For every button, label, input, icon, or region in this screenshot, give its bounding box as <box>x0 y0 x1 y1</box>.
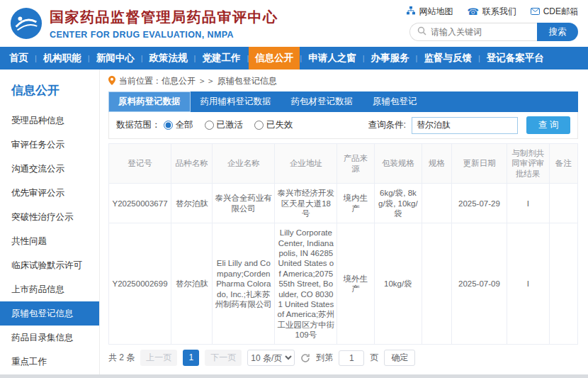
query-condition-label: 查询条件: <box>368 119 406 131</box>
prev-page-button[interactable]: 上一页 <box>140 350 177 366</box>
query-input[interactable] <box>412 117 518 134</box>
query-button[interactable]: 查 询 <box>526 116 570 134</box>
results-table: 登记号 品种名称 企业名称 企业地址 产品来源 包装规格 规格 更新日期 与制剂… <box>108 143 578 345</box>
cell-company-name: Eli Lilly and Company;Corden Pharma Colo… <box>213 223 275 345</box>
cell-spec <box>422 223 452 345</box>
sidebar-item-priority-review[interactable]: 优先审评公示 <box>0 181 99 205</box>
page-number-1[interactable]: 1 <box>183 350 199 366</box>
nav-item-party[interactable]: 党建工作 <box>196 47 247 70</box>
cell-joint-review-result: I <box>507 223 549 345</box>
header-quick-links: 网站地图 ☎ 联系我们 CDE邮箱 <box>407 6 578 18</box>
col-update-date: 更新日期 <box>451 144 507 184</box>
tab-api-data[interactable]: 原料药登记数据 <box>108 91 191 112</box>
cell-company-address: 泰兴市经济开发区天星大道18号 <box>275 184 337 223</box>
cell-company-name: 泰兴合全药业有限公司 <box>213 184 275 223</box>
radio-inactive-input[interactable] <box>254 121 264 130</box>
nav-item-services[interactable]: 办事服务 <box>365 47 416 70</box>
tab-packaging-data[interactable]: 药包材登记数据 <box>281 91 363 112</box>
cell-company-address: Lilly Corporate Center, Indianapolis, IN… <box>275 223 337 345</box>
cde-logo-icon <box>10 7 43 40</box>
search-input[interactable] <box>431 27 530 37</box>
col-remarks: 备注 <box>549 144 577 184</box>
sidebar-item-breakthrough-therapy[interactable]: 突破性治疗公示 <box>0 205 99 229</box>
cell-remarks <box>549 184 577 223</box>
mail-icon <box>531 7 540 17</box>
sidebar-item-accepted-varieties[interactable]: 受理品种信息 <box>0 109 99 133</box>
nav-item-info-disclosure[interactable]: 信息公开 <box>249 47 300 70</box>
cell-variety-name: 替尔泊肽 <box>171 184 213 223</box>
sidebar-item-review-tasks[interactable]: 审评任务公示 <box>0 133 99 157</box>
cell-update-date: 2025-07-09 <box>451 223 507 345</box>
table-row[interactable]: Y20250002699 替尔泊肽 Eli Lilly and Company;… <box>109 223 578 345</box>
col-variety-name: 品种名称 <box>171 144 213 184</box>
filter-bar: 数据范围： 全部 已激活 已失效 查询条件: 查 询 <box>108 112 578 139</box>
breadcrumb-text: 当前位置：信息公开 ＞＞ 原辅包登记信息 <box>119 75 277 87</box>
nav-item-functions[interactable]: 机构职能 <box>37 47 88 70</box>
table-row[interactable]: Y20250003677 替尔泊肽 泰兴合全药业有限公司 泰兴市经济开发区天星大… <box>109 184 578 223</box>
sidebar-item-marketed-drugs[interactable]: 上市药品信息 <box>0 277 99 301</box>
radio-activated-input[interactable] <box>205 121 214 130</box>
confirm-button[interactable]: 确定 <box>384 350 415 366</box>
col-product-source: 产品来源 <box>337 144 374 184</box>
nav-item-policy[interactable]: 政策法规 <box>143 47 194 70</box>
sidebar-item-clinical-trial-license[interactable]: 临床试验默示许可 <box>0 253 99 277</box>
cell-variety-name: 替尔泊肽 <box>171 223 213 345</box>
tab-excipient-data[interactable]: 药用辅料登记数据 <box>191 91 281 112</box>
next-page-button[interactable]: 下一页 <box>205 350 242 366</box>
goto-unit: 页 <box>370 352 378 364</box>
page-size-select[interactable]: 10 条/页 <box>247 350 295 366</box>
contact-link[interactable]: ☎ 联系我们 <box>467 6 516 18</box>
cell-packaging-spec: 6kg/袋, 8kg/袋, 10kg/袋 <box>374 184 422 223</box>
radio-inactive[interactable]: 已失效 <box>254 119 293 131</box>
radio-activated[interactable]: 已激活 <box>205 119 244 131</box>
nav-item-news[interactable]: 新闻中心 <box>90 47 141 70</box>
goto-label: 到第 <box>316 352 333 364</box>
breadcrumb: 当前位置：信息公开 ＞＞ 原辅包登记信息 <box>108 75 578 87</box>
nav-item-supervision[interactable]: 监督与反馈 <box>417 47 478 70</box>
cell-registration-no: Y20250002699 <box>109 223 171 345</box>
col-company-name: 企业名称 <box>213 144 275 184</box>
table-header-row: 登记号 品种名称 企业名称 企业地址 产品来源 包装规格 规格 更新日期 与制剂… <box>109 144 578 184</box>
data-range-label: 数据范围： <box>116 119 161 131</box>
site-header: 国家药品监督管理局药品审评中心 CENTER FOR DRUG EVALUATI… <box>0 0 588 47</box>
cell-packaging-spec: 10kg/袋 <box>374 223 422 345</box>
sitemap-link[interactable]: 网站地图 <box>407 6 453 18</box>
search-icon <box>417 26 426 38</box>
col-spec: 规格 <box>422 144 452 184</box>
sidebar: 信息公开 受理品种信息 审评任务公示 沟通交流公示 优先审评公示 突破性治疗公示… <box>0 70 100 378</box>
cell-joint-review-result: I <box>507 184 549 223</box>
header-search: 搜索 <box>409 23 578 41</box>
location-pin-icon <box>108 76 115 87</box>
goto-page-input[interactable] <box>339 350 364 366</box>
cell-spec <box>422 184 452 223</box>
sitemap-icon <box>407 6 415 17</box>
nav-item-applicant[interactable]: 申请人之窗 <box>302 47 363 70</box>
data-tabs: 原料药登记数据 药用辅料登记数据 药包材登记数据 原辅包登记 <box>108 91 578 112</box>
search-button[interactable]: 搜索 <box>537 23 578 41</box>
col-company-address: 企业地址 <box>275 144 337 184</box>
sidebar-item-common-issues[interactable]: 共性问题 <box>0 229 99 253</box>
tab-api-excipient-registration[interactable]: 原辅包登记 <box>363 91 427 112</box>
radio-all[interactable]: 全部 <box>164 119 193 131</box>
nav-item-registration-platform[interactable]: 登记备案平台 <box>480 47 550 70</box>
cell-product-source: 境内生产 <box>337 184 374 223</box>
sidebar-item-key-work[interactable]: 重点工作 <box>0 350 99 374</box>
radio-all-input[interactable] <box>164 121 173 130</box>
nav-item-home[interactable]: 首页 <box>3 47 35 70</box>
main-panel: 当前位置：信息公开 ＞＞ 原辅包登记信息 原料药登记数据 药用辅料登记数据 药包… <box>100 70 588 378</box>
pagination: 共 2 条 上一页 1 下一页 10 条/页 到第 页 确定 <box>108 345 578 371</box>
footer-strip <box>0 374 588 378</box>
cde-mail-link[interactable]: CDE邮箱 <box>531 6 578 18</box>
sidebar-item-communication[interactable]: 沟通交流公示 <box>0 157 99 181</box>
col-registration-no: 登记号 <box>109 144 171 184</box>
sidebar-item-api-excipient-registration[interactable]: 原辅包登记信息 <box>0 301 99 326</box>
sidebar-item-drug-catalog[interactable]: 药品目录集信息 <box>0 326 99 350</box>
total-count: 共 2 条 <box>108 352 135 364</box>
cell-update-date: 2025-07-29 <box>451 184 507 223</box>
site-title-cn: 国家药品监督管理局药品审评中心 <box>50 8 278 27</box>
cell-remarks <box>549 223 577 345</box>
site-titles: 国家药品监督管理局药品审评中心 CENTER FOR DRUG EVALUATI… <box>50 8 278 40</box>
col-packaging-spec: 包装规格 <box>374 144 422 184</box>
refresh-button[interactable] <box>300 353 310 363</box>
col-joint-review-result: 与制剂共同审评审批结果 <box>507 144 549 184</box>
